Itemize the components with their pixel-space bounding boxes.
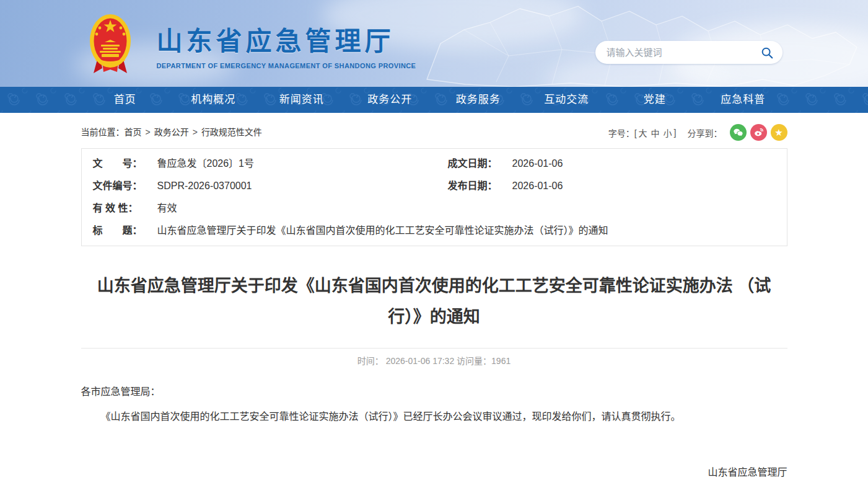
- breadcrumb-gov-disclosure[interactable]: 政务公开: [154, 127, 189, 137]
- search-icon[interactable]: [760, 46, 774, 60]
- nav-item-gov-services[interactable]: 政务服务: [434, 87, 523, 113]
- validity-label: 有 效 性：: [93, 202, 149, 215]
- signature-block: 山东省应急管理厅 2026年1月6日: [81, 461, 787, 480]
- article-body: 各市应急管理局： 《山东省国内首次使用的化工工艺安全可靠性论证实施办法（试行）》…: [81, 383, 787, 427]
- weibo-share-icon[interactable]: [750, 124, 767, 141]
- search-input[interactable]: [607, 47, 760, 58]
- doc-number-value: 鲁应急发〔2026〕1号: [157, 157, 255, 171]
- doc-title-value: 山东省应急管理厅关于印发《山东省国内首次使用的化工工艺安全可靠性论证实施办法（试…: [157, 224, 608, 238]
- font-size-label-end: ]: [674, 128, 677, 138]
- main-navigation: 首页 机构概况 新闻资讯 政务公开 政务服务 互动交流 党建 应急科普: [0, 87, 868, 113]
- written-date-label: 成文日期：: [448, 157, 504, 171]
- breadcrumb-separator: >: [193, 127, 198, 137]
- nav-item-interaction[interactable]: 互动交流: [522, 87, 611, 113]
- font-size-label: 字号：[: [608, 127, 637, 139]
- national-emblem-logo: [89, 14, 132, 73]
- font-size-large[interactable]: 大: [639, 127, 647, 139]
- signature-name: 山东省应急管理厅: [81, 461, 787, 480]
- doc-number-label: 文 号：: [93, 157, 149, 171]
- nav-item-org-overview[interactable]: 机构概况: [169, 87, 258, 113]
- site-title: 山东省应急管理厅: [157, 20, 416, 58]
- breadcrumb-separator: >: [146, 127, 151, 137]
- table-row: 有 效 性： 有效: [82, 197, 787, 220]
- doc-title-label: 标 题：: [93, 224, 149, 238]
- validity-value: 有效: [157, 202, 177, 215]
- nav-item-party-building[interactable]: 党建: [611, 87, 699, 113]
- share-label: 分享到：: [688, 127, 722, 139]
- article-salutation: 各市应急管理局：: [81, 383, 787, 401]
- publish-date-value: 2026-01-06: [512, 179, 563, 193]
- breadcrumb-prefix: 当前位置：: [81, 127, 125, 137]
- table-row: 标 题： 山东省应急管理厅关于印发《山东省国内首次使用的化工工艺安全可靠性论证实…: [82, 220, 787, 242]
- nav-item-emergency-science[interactable]: 应急科普: [699, 87, 787, 113]
- nav-item-gov-disclosure[interactable]: 政务公开: [346, 87, 434, 113]
- file-code-label: 文件编号：: [93, 179, 149, 193]
- font-size-medium[interactable]: 中: [651, 127, 660, 139]
- site-header: 山东省应急管理厅 DEPARTMENT OF EMERGENCY MANAGEM…: [0, 0, 868, 87]
- breadcrumb: 当前位置：首页>政务公开>行政规范性文件: [81, 124, 262, 138]
- qzone-share-icon[interactable]: ★: [771, 124, 787, 141]
- nav-item-news[interactable]: 新闻资讯: [258, 87, 346, 113]
- search-box: [595, 41, 783, 64]
- site-title-english: DEPARTMENT OF EMERGENCY MANAGEMENT OF SH…: [157, 62, 416, 69]
- written-date-value: 2026-01-06: [512, 157, 563, 171]
- breadcrumb-regulatory-docs[interactable]: 行政规范性文件: [201, 127, 262, 137]
- publish-date-label: 发布日期：: [448, 179, 504, 193]
- breadcrumb-home[interactable]: 首页: [125, 127, 142, 137]
- document-info-table: 文 号： 鲁应急发〔2026〕1号 成文日期： 2026-01-06 文件编号：…: [81, 148, 787, 246]
- font-size-small[interactable]: 小: [664, 127, 672, 139]
- article-paragraph: 《山东省国内首次使用的化工工艺安全可靠性论证实施办法（试行）》已经厅长办公会议审…: [81, 407, 787, 426]
- article-meta: 时间： 2026-01-06 17:32 访问量：1961: [81, 349, 787, 367]
- table-row: 文件编号： SDPR-2026-0370001 发布日期： 2026-01-06: [82, 175, 787, 197]
- table-row: 文 号： 鲁应急发〔2026〕1号 成文日期： 2026-01-06: [82, 153, 787, 175]
- wechat-share-icon[interactable]: [730, 124, 747, 141]
- page-tools: 字号：[ 大 中 小 ] 分享到： ★: [608, 124, 787, 141]
- nav-item-home[interactable]: 首页: [81, 87, 170, 113]
- file-code-value: SDPR-2026-0370001: [157, 179, 252, 193]
- article-title: 山东省应急管理厅关于印发《山东省国内首次使用的化工工艺安全可靠性论证实施办法 （…: [92, 271, 776, 333]
